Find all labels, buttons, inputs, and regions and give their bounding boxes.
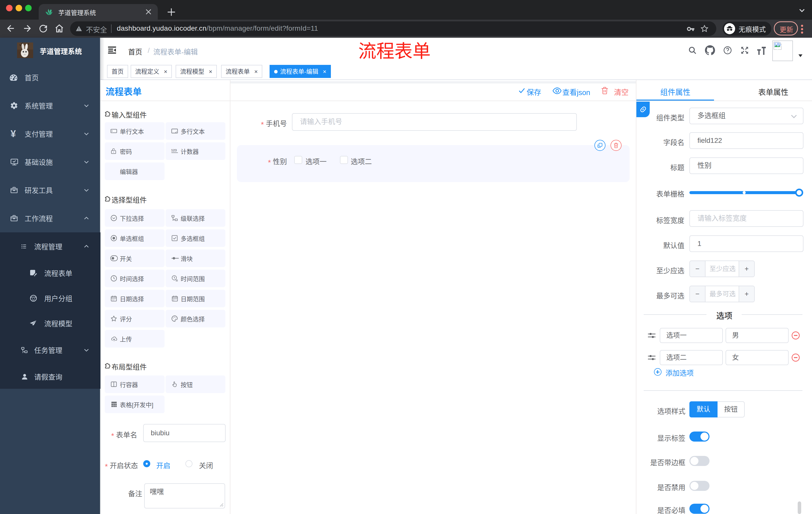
svg-text:123: 123 [171,148,177,152]
